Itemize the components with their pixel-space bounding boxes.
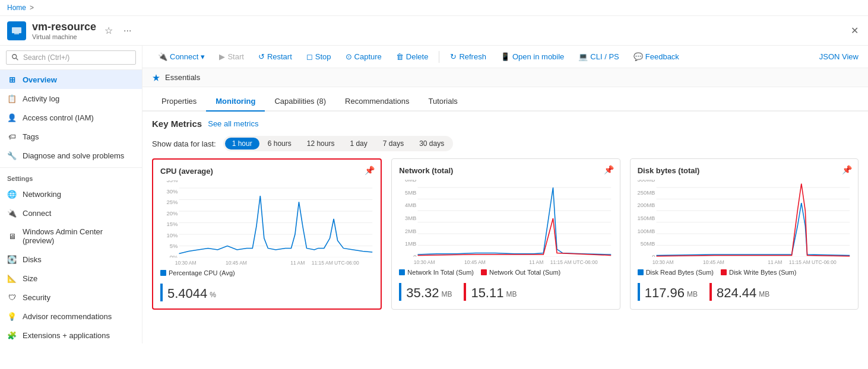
- sidebar-icon-networking: 🌐: [7, 189, 17, 199]
- tabs-bar: PropertiesMonitoringCapabilities (8)Reco…: [142, 92, 868, 112]
- sidebar-label-windows-admin: Windows Admin Center (preview): [23, 227, 135, 245]
- sidebar-item-activity-log[interactable]: 📋 Activity log: [0, 89, 142, 108]
- tab-tutorials[interactable]: Tutorials: [419, 92, 467, 112]
- capture-button[interactable]: ⊙ Capture: [340, 49, 388, 64]
- sidebar-item-size[interactable]: 📐 Size: [0, 269, 142, 288]
- sidebar-item-extensions[interactable]: 🧩 Extensions + applications: [0, 326, 142, 343]
- sidebar-item-tags[interactable]: 🏷 Tags: [0, 127, 142, 146]
- openinmobile-button[interactable]: 📱 Open in mobile: [495, 49, 570, 64]
- sidebar-item-disks[interactable]: 💽 Disks: [0, 250, 142, 269]
- sidebar: Search (Ctrl+/) ⊞ Overview📋 Activity log…: [0, 46, 142, 343]
- svg-text:6MB: 6MB: [405, 180, 416, 183]
- svg-text:3MB: 3MB: [405, 215, 416, 221]
- clipps-icon: 💻: [578, 52, 588, 61]
- sidebar-item-networking[interactable]: 🌐 Networking: [0, 184, 142, 203]
- start-icon: ▶: [219, 52, 225, 61]
- sidebar-label-advisor: Advisor recommendations: [23, 312, 112, 321]
- svg-text:4MB: 4MB: [405, 203, 416, 209]
- refresh-button[interactable]: ↻ Refresh: [444, 49, 492, 64]
- time-pill-2[interactable]: 12 hours: [300, 138, 342, 149]
- stop-button[interactable]: ◻ Stop: [300, 49, 337, 64]
- sidebar-label-extensions: Extensions + applications: [23, 331, 110, 340]
- restart-label: Restart: [267, 52, 292, 61]
- sidebar-item-access-control[interactable]: 👤 Access control (IAM): [0, 108, 142, 127]
- sidebar-label-networking: Networking: [23, 190, 61, 199]
- chart-title-disk: Disk bytes (total): [638, 166, 851, 175]
- openinmobile-icon: 📱: [500, 52, 510, 61]
- main-content: 🔌 Connect ▾▶ Start ↺ Restart ◻ Stop ⊙ Ca…: [142, 46, 868, 343]
- resource-name: vm-resource: [32, 21, 96, 33]
- svg-text:2MB: 2MB: [405, 228, 416, 234]
- svg-text:10:30 AM: 10:30 AM: [414, 259, 435, 265]
- time-pill-5[interactable]: 30 days: [412, 138, 451, 149]
- toolbar-buttons: 🔌 Connect ▾▶ Start ↺ Restart ◻ Stop ⊙ Ca…: [152, 49, 817, 64]
- connect-label: Connect: [170, 52, 198, 61]
- svg-text:10:45 AM: 10:45 AM: [226, 260, 247, 266]
- breadcrumb-home[interactable]: Home: [7, 4, 26, 12]
- svg-text:5%: 5%: [170, 244, 178, 250]
- chart-card-cpu[interactable]: CPU (average) 📌 35%30%25%20%15%10%5%0% 1…: [152, 158, 382, 310]
- svg-text:11:15 AM UTC-06:00: 11:15 AM UTC-06:00: [550, 259, 598, 265]
- sidebar-item-diagnose[interactable]: 🔧 Diagnose and solve problems: [0, 146, 142, 165]
- see-all-metrics-link[interactable]: See all metrics: [208, 119, 258, 128]
- chart-area-disk: 300MB250MB200MB150MB100MB50MB0: [638, 180, 851, 257]
- json-view-link[interactable]: JSON View: [819, 52, 859, 61]
- header-title-block: vm-resource Virtual machine: [32, 21, 96, 40]
- sidebar-icon-diagnose: 🔧: [7, 151, 17, 160]
- pin-icon-disk[interactable]: 📌: [842, 165, 852, 174]
- time-pill-3[interactable]: 1 day: [343, 138, 374, 149]
- sidebar-item-security[interactable]: 🛡 Security: [0, 288, 142, 307]
- legend-network: Network In Total (Sum): [399, 269, 474, 276]
- time-pill-4[interactable]: 7 days: [376, 138, 411, 149]
- sidebar-item-overview[interactable]: ⊞ Overview: [0, 70, 142, 89]
- svg-text:0: 0: [413, 254, 416, 257]
- essentials-label: Essentials: [165, 73, 200, 82]
- essentials-bar[interactable]: Essentials: [142, 68, 868, 87]
- time-pill-0[interactable]: 1 hour: [225, 138, 259, 149]
- favorite-button[interactable]: ☆: [102, 23, 115, 39]
- svg-text:300MB: 300MB: [638, 180, 655, 183]
- chart-legend-network: Network In Total (Sum) Network Out Total…: [399, 269, 612, 276]
- sidebar-item-windows-admin[interactable]: 🖥 Windows Admin Center (preview): [0, 222, 142, 250]
- clipps-label: CLI / PS: [590, 52, 619, 61]
- sidebar-item-advisor[interactable]: 💡 Advisor recommendations: [0, 307, 142, 326]
- chart-card-network[interactable]: Network (total) 📌 6MB5MB4MB3MB2MB1MB0 10…: [391, 158, 620, 310]
- svg-text:11:15 AM UTC-06:00: 11:15 AM UTC-06:00: [788, 259, 836, 265]
- tab-recommendations[interactable]: Recommendations: [335, 92, 419, 112]
- restart-button[interactable]: ↺ Restart: [252, 49, 298, 64]
- sidebar-icon-activity-log: 📋: [7, 94, 17, 103]
- svg-text:10:45 AM: 10:45 AM: [703, 259, 724, 265]
- x-axis-disk: 10:30 AM10:45 AM11 AM11:15 AM UTC-06:00: [638, 258, 851, 265]
- clipps-button[interactable]: 💻 CLI / PS: [572, 49, 625, 64]
- svg-text:11 AM: 11 AM: [530, 259, 544, 265]
- connect-button[interactable]: 🔌 Connect ▾: [152, 49, 211, 64]
- tab-properties[interactable]: Properties: [152, 92, 206, 112]
- pin-icon-network[interactable]: 📌: [604, 165, 614, 174]
- sidebar-item-connect[interactable]: 🔌 Connect: [0, 203, 142, 222]
- more-options-button[interactable]: ···: [121, 23, 134, 39]
- svg-text:200MB: 200MB: [638, 203, 655, 209]
- chart-card-disk[interactable]: Disk bytes (total) 📌 300MB250MB200MB150M…: [630, 158, 859, 310]
- time-pill-1[interactable]: 6 hours: [261, 138, 299, 149]
- svg-text:11 AM: 11 AM: [290, 260, 305, 266]
- feedback-button[interactable]: 💬 Feedback: [628, 49, 685, 64]
- delete-button[interactable]: 🗑 Delete: [390, 49, 435, 64]
- sidebar-label-connect: Connect: [23, 209, 51, 218]
- sidebar-icon-windows-admin: 🖥: [7, 231, 17, 241]
- search-box[interactable]: Search (Ctrl+/): [6, 50, 136, 65]
- close-button[interactable]: ✕: [848, 23, 861, 39]
- svg-text:10:30 AM: 10:30 AM: [175, 260, 197, 266]
- svg-text:11 AM: 11 AM: [768, 259, 782, 265]
- sidebar-icon-access-control: 👤: [7, 113, 17, 122]
- sidebar-icon-security: 🛡: [7, 292, 17, 302]
- tab-monitoring[interactable]: Monitoring: [206, 92, 265, 112]
- x-axis-cpu: 10:30 AM10:45 AM11 AM11:15 AM UTC-06:00: [160, 259, 373, 266]
- sidebar-nav: ⊞ Overview📋 Activity log👤 Access control…: [0, 70, 142, 343]
- chart-title-network: Network (total): [399, 166, 612, 175]
- pin-icon-cpu[interactable]: 📌: [365, 166, 375, 175]
- delete-icon: 🗑: [396, 52, 404, 61]
- tab-capabilities[interactable]: Capabilities (8): [265, 92, 335, 112]
- svg-text:35%: 35%: [167, 180, 178, 183]
- chart-value-disk: 117.96 MB: [638, 283, 698, 301]
- sidebar-icon-size: 📐: [7, 273, 17, 283]
